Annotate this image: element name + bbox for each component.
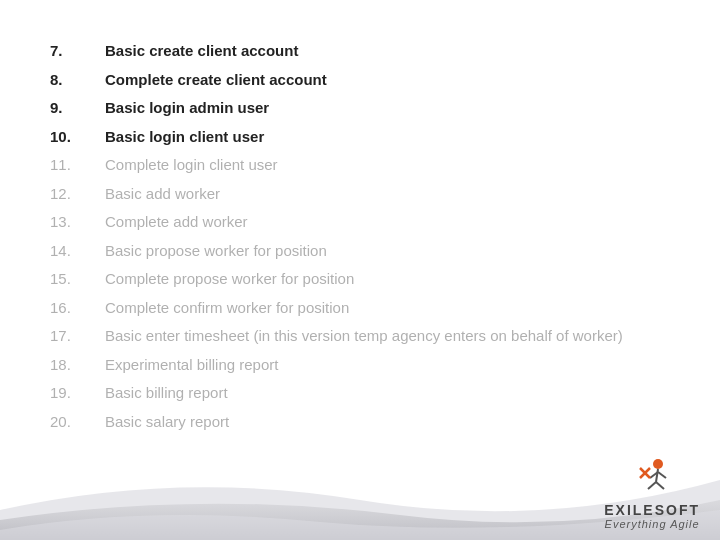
svg-point-0 bbox=[653, 459, 663, 469]
svg-line-5 bbox=[658, 472, 666, 478]
item-number: 20. bbox=[50, 411, 105, 434]
item-text: Basic billing report bbox=[105, 382, 228, 405]
item-number: 10. bbox=[50, 126, 105, 149]
logo-icon bbox=[628, 454, 676, 502]
item-text: Basic create client account bbox=[105, 40, 298, 63]
item-number: 15. bbox=[50, 268, 105, 291]
footer: EXILESOFT Everything Agile bbox=[0, 450, 720, 540]
svg-line-1 bbox=[656, 469, 658, 482]
item-number: 8. bbox=[50, 69, 105, 92]
list-item: 15.Complete propose worker for position bbox=[50, 268, 670, 291]
item-text: Complete propose worker for position bbox=[105, 268, 354, 291]
item-number: 19. bbox=[50, 382, 105, 405]
logo-tagline: Everything Agile bbox=[605, 518, 700, 530]
list-item: 19.Basic billing report bbox=[50, 382, 670, 405]
list-item: 9.Basic login admin user bbox=[50, 97, 670, 120]
item-number: 16. bbox=[50, 297, 105, 320]
list-item: 7.Basic create client account bbox=[50, 40, 670, 63]
item-text: Complete confirm worker for position bbox=[105, 297, 349, 320]
list-item: 16.Complete confirm worker for position bbox=[50, 297, 670, 320]
list-item: 12.Basic add worker bbox=[50, 183, 670, 206]
item-text: Complete create client account bbox=[105, 69, 327, 92]
item-number: 18. bbox=[50, 354, 105, 377]
list-item: 20.Basic salary report bbox=[50, 411, 670, 434]
item-text: Complete add worker bbox=[105, 211, 248, 234]
item-text: Basic propose worker for position bbox=[105, 240, 327, 263]
item-number: 7. bbox=[50, 40, 105, 63]
item-number: 11. bbox=[50, 154, 105, 177]
logo-area: EXILESOFT Everything Agile bbox=[604, 454, 700, 530]
item-text: Experimental billing report bbox=[105, 354, 278, 377]
list-item: 8.Complete create client account bbox=[50, 69, 670, 92]
item-number: 17. bbox=[50, 325, 105, 348]
list-item: 18.Experimental billing report bbox=[50, 354, 670, 377]
item-text: Basic login client user bbox=[105, 126, 264, 149]
item-number: 12. bbox=[50, 183, 105, 206]
list-container: 7.Basic create client account8.Complete … bbox=[50, 40, 670, 433]
item-number: 13. bbox=[50, 211, 105, 234]
item-text: Basic login admin user bbox=[105, 97, 269, 120]
item-text: Complete login client user bbox=[105, 154, 278, 177]
svg-line-3 bbox=[656, 482, 664, 489]
list-item: 11.Complete login client user bbox=[50, 154, 670, 177]
item-text: Basic add worker bbox=[105, 183, 220, 206]
list-item: 10.Basic login client user bbox=[50, 126, 670, 149]
list-item: 14.Basic propose worker for position bbox=[50, 240, 670, 263]
svg-line-2 bbox=[648, 482, 656, 489]
item-text: Basic salary report bbox=[105, 411, 229, 434]
company-name: EXILESOFT bbox=[604, 502, 700, 518]
item-number: 9. bbox=[50, 97, 105, 120]
list-item: 13.Complete add worker bbox=[50, 211, 670, 234]
list-item: 17.Basic enter timesheet (in this versio… bbox=[50, 325, 670, 348]
main-content: 7.Basic create client account8.Complete … bbox=[0, 0, 720, 433]
item-text: Basic enter timesheet (in this version t… bbox=[105, 325, 623, 348]
item-number: 14. bbox=[50, 240, 105, 263]
